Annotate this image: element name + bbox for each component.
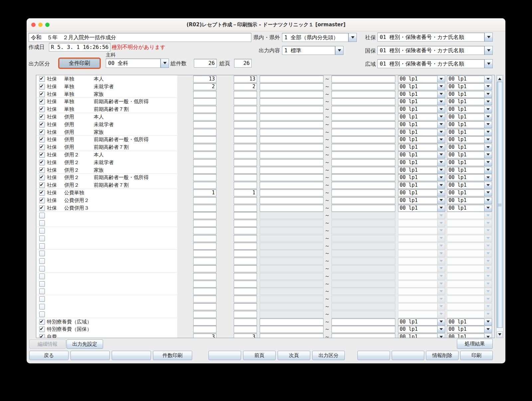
count-field[interactable]	[193, 174, 216, 181]
count-field[interactable]	[193, 326, 216, 333]
printer2-select[interactable]: 00 lp1	[447, 136, 484, 143]
range-end-field[interactable]	[332, 151, 395, 158]
page-count-field[interactable]	[234, 311, 257, 318]
page-count-field[interactable]	[234, 212, 257, 219]
printer2-select[interactable]: 00 lp1	[447, 121, 484, 128]
total-pages-field[interactable]: 26	[234, 59, 252, 68]
count-field[interactable]	[193, 303, 216, 310]
printer1-dropdown-button[interactable]	[437, 159, 445, 166]
kokuho-dropdown-button[interactable]	[484, 46, 493, 55]
printer2-dropdown-button[interactable]	[484, 159, 492, 166]
printer2-dropdown-button[interactable]	[484, 197, 492, 204]
count-field[interactable]: 2	[193, 83, 216, 90]
scroll-down-button[interactable]	[497, 331, 503, 337]
row-checkbox[interactable]	[39, 311, 45, 317]
row-checkbox[interactable]	[39, 274, 45, 279]
printer2-select[interactable]: 00 lp1	[447, 189, 484, 196]
printer2-dropdown-button[interactable]	[484, 106, 492, 113]
count-field[interactable]	[193, 113, 216, 120]
page-count-field[interactable]	[234, 288, 257, 295]
printer1-select[interactable]: 00 lp1	[398, 113, 438, 120]
page-count-field[interactable]	[234, 113, 257, 120]
range-start-field[interactable]	[260, 113, 324, 120]
printer2-dropdown-button[interactable]	[484, 76, 492, 83]
row-checkbox[interactable]	[39, 76, 45, 82]
printer2-dropdown-button[interactable]	[484, 326, 492, 333]
printer2-dropdown-button[interactable]	[484, 136, 492, 143]
range-end-field[interactable]	[332, 197, 395, 204]
page-count-field[interactable]	[234, 151, 257, 158]
range-start-field[interactable]	[260, 318, 324, 325]
range-start-field[interactable]	[260, 333, 324, 338]
page-count-field[interactable]: 2	[234, 83, 257, 90]
row-checkbox[interactable]	[39, 304, 45, 309]
printer1-dropdown-button[interactable]	[437, 205, 445, 212]
printer2-select[interactable]: 00 lp1	[447, 98, 484, 105]
page-count-field[interactable]	[234, 159, 257, 166]
range-end-field[interactable]	[332, 144, 395, 151]
count-field[interactable]: 3	[193, 333, 216, 338]
page-count-field[interactable]	[234, 243, 257, 250]
printer2-dropdown-button[interactable]	[484, 182, 492, 189]
printer1-dropdown-button[interactable]	[437, 136, 445, 143]
range-start-field[interactable]	[260, 121, 324, 128]
printer2-select[interactable]: 00 lp1	[447, 151, 484, 158]
row-checkbox[interactable]	[39, 175, 45, 180]
printer1-select[interactable]: 00 lp1	[398, 83, 438, 90]
count-field[interactable]	[193, 205, 216, 212]
range-end-field[interactable]	[332, 159, 395, 166]
count-field[interactable]: 13	[193, 76, 216, 83]
printer1-select[interactable]: 00 lp1	[398, 205, 438, 212]
count-field[interactable]	[193, 121, 216, 128]
printer2-dropdown-button[interactable]	[484, 144, 492, 151]
count-field[interactable]	[193, 182, 216, 189]
row-checkbox[interactable]	[39, 243, 45, 249]
printer2-select[interactable]: 00 lp1	[447, 318, 484, 325]
printer1-select[interactable]: 00 lp1	[398, 144, 438, 151]
page-count-field[interactable]: 1	[234, 189, 257, 196]
scrollbar-thumb[interactable]	[497, 82, 503, 328]
range-start-field[interactable]	[260, 189, 324, 196]
printer1-dropdown-button[interactable]	[437, 121, 445, 128]
row-checkbox[interactable]	[39, 137, 45, 142]
page-count-field[interactable]: 3	[234, 333, 257, 338]
kouiki-sort-select[interactable]: 01 種別・保険者番号・カナ氏名順	[377, 59, 484, 68]
range-start-field[interactable]	[260, 76, 324, 83]
count-field[interactable]	[193, 212, 216, 219]
range-start-field[interactable]	[260, 182, 324, 189]
printer1-select[interactable]: 00 lp1	[398, 318, 438, 325]
printer1-dropdown-button[interactable]	[437, 333, 445, 338]
range-end-field[interactable]	[332, 136, 395, 143]
row-checkbox[interactable]	[39, 129, 45, 135]
range-start-field[interactable]	[260, 205, 324, 212]
count-field[interactable]	[193, 227, 216, 234]
output-division-button[interactable]: 出力区分	[312, 351, 345, 360]
page-count-field[interactable]	[234, 250, 257, 257]
printer2-select[interactable]: 00 lp1	[447, 76, 484, 83]
printer1-select[interactable]: 00 lp1	[398, 106, 438, 113]
row-checkbox[interactable]	[39, 144, 45, 150]
range-end-field[interactable]	[332, 333, 395, 338]
row-checkbox[interactable]	[39, 122, 45, 127]
row-checkbox[interactable]	[39, 334, 45, 338]
output-content-dropdown-button[interactable]	[335, 46, 343, 55]
printer2-select[interactable]: 00 lp1	[447, 174, 484, 181]
row-checkbox[interactable]	[39, 99, 45, 104]
printer1-select[interactable]: 00 lp1	[398, 136, 438, 143]
printer1-select[interactable]: 00 lp1	[398, 159, 438, 166]
page-count-field[interactable]	[234, 91, 257, 98]
row-checkbox[interactable]	[39, 205, 45, 211]
printer2-select[interactable]: 00 lp1	[447, 326, 484, 333]
range-start-field[interactable]	[260, 136, 324, 143]
total-count-field[interactable]: 26	[194, 59, 217, 68]
page-count-field[interactable]	[234, 273, 257, 280]
range-end-field[interactable]	[332, 76, 395, 83]
page-count-field[interactable]	[234, 136, 257, 143]
printer1-dropdown-button[interactable]	[437, 76, 445, 83]
printer1-select[interactable]: 00 lp1	[398, 326, 438, 333]
count-field[interactable]	[193, 136, 216, 143]
shaho-sort-select[interactable]: 01 種別・保険者番号・カナ氏名順	[377, 33, 484, 42]
range-end-field[interactable]	[332, 91, 395, 98]
range-end-field[interactable]	[332, 174, 395, 181]
page-count-field[interactable]	[234, 205, 257, 212]
